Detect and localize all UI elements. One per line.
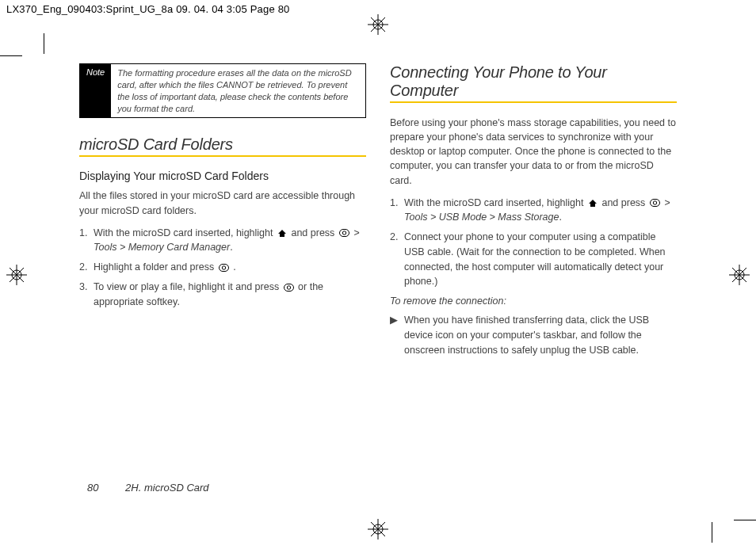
svg-rect-24: [284, 284, 293, 291]
ok-key-icon: [650, 199, 660, 207]
step-text: and press: [291, 227, 337, 238]
crop-mark: [44, 33, 44, 54]
svg-rect-26: [650, 200, 659, 207]
regmark-icon: [6, 265, 27, 285]
bullet-list: ▶ When you have finished transferring da…: [390, 313, 677, 357]
svg-point-23: [222, 266, 225, 269]
intro-text: Before using your phone's mass storage c…: [390, 116, 677, 188]
step-text: .: [559, 212, 561, 223]
subsection-heading: Displaying Your microSD Card Folders: [79, 170, 366, 182]
home-icon: [588, 199, 598, 208]
step-list: 1. With the microSD card inserted, highl…: [390, 196, 677, 290]
ok-key-icon: [284, 284, 294, 292]
page-body: Note The formatting procedure erases all…: [79, 63, 677, 501]
note-label: Note: [80, 64, 111, 117]
page-footer: 80 2H. microSD Card: [87, 482, 209, 494]
step-number: 1.: [390, 196, 404, 226]
step-text: .: [233, 261, 235, 273]
svg-point-25: [287, 285, 290, 288]
list-item: ▶ When you have finished transferring da…: [390, 313, 677, 357]
list-item: 3. To view or play a file, highlight it …: [79, 280, 366, 310]
step-list: 1. With the microSD card inserted, highl…: [79, 226, 366, 310]
crop-mark: [712, 522, 712, 543]
ok-key-icon: [339, 229, 349, 237]
step-number: 2.: [79, 260, 94, 275]
step-text: To view or play a file, highlight it and…: [94, 281, 282, 292]
step-text: .: [230, 242, 232, 253]
svg-point-21: [342, 231, 346, 234]
list-item: 1. With the microSD card inserted, highl…: [390, 196, 677, 226]
step-number: 1.: [79, 226, 94, 256]
intro-text: All the files stored in your microSD car…: [79, 189, 366, 217]
list-item: 2. Highlight a folder and press .: [79, 260, 366, 275]
arrow-icon: ▶: [390, 313, 404, 357]
step-text: With the microSD card inserted, highligh…: [94, 227, 276, 238]
bullet-text: When you have finished transferring data…: [404, 313, 677, 357]
left-column: Note The formatting procedure erases all…: [79, 63, 366, 357]
regmark-icon: [729, 265, 750, 285]
svg-rect-22: [219, 264, 228, 271]
note-body: The formatting procedure erases all the …: [111, 64, 365, 117]
regmark-icon: [368, 14, 388, 35]
note-box: Note The formatting procedure erases all…: [79, 63, 366, 118]
step-text: Connect your phone to your computer usin…: [404, 231, 666, 287]
ok-key-icon: [219, 264, 229, 272]
crop-mark: [734, 520, 756, 520]
list-item: 2. Connect your phone to your computer u…: [390, 230, 677, 289]
home-icon: [277, 229, 287, 238]
section-heading: Connecting Your Phone to Your Computer: [390, 63, 677, 103]
sub-heading: To remove the connection:: [390, 295, 677, 307]
step-text: Highlight a folder and press: [94, 261, 217, 273]
step-text: and press: [601, 197, 647, 208]
list-item: 1. With the microSD card inserted, highl…: [79, 226, 366, 256]
svg-rect-20: [339, 230, 349, 237]
step-number: 2.: [390, 230, 404, 289]
step-text: With the microSD card inserted, highligh…: [404, 197, 586, 208]
step-number: 3.: [79, 280, 94, 310]
right-column: Connecting Your Phone to Your Computer B…: [390, 63, 677, 357]
section-label: 2H. microSD Card: [125, 482, 208, 494]
crop-mark: [0, 55, 22, 56]
section-heading: microSD Card Folders: [79, 135, 366, 157]
page-number: 80: [87, 482, 98, 494]
regmark-icon: [368, 519, 388, 539]
svg-point-27: [653, 201, 656, 204]
